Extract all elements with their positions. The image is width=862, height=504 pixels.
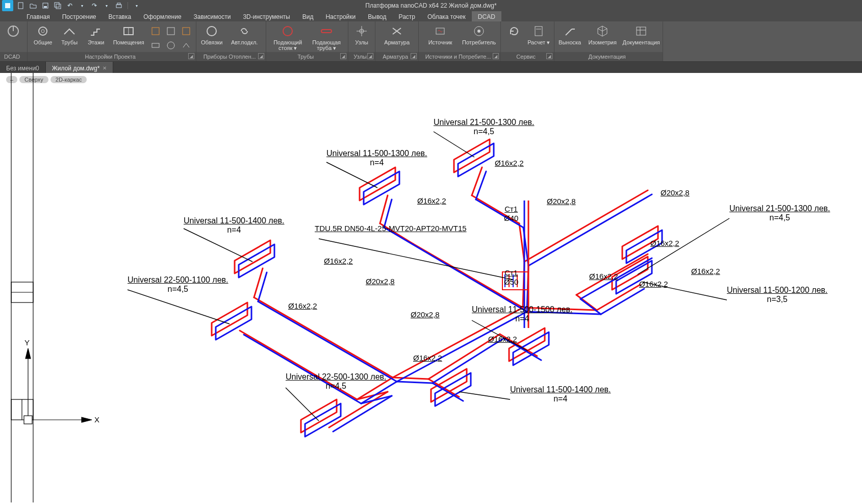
label-d16-5: Ø16x2,2 xyxy=(413,354,442,363)
bindings-button[interactable]: Обвязки xyxy=(199,23,224,51)
tab-main[interactable]: Главная xyxy=(20,11,56,21)
gear-icon xyxy=(35,23,50,39)
tab-format[interactable]: Оформление xyxy=(137,11,187,21)
qat-new-icon[interactable] xyxy=(16,1,26,10)
autoconn-button[interactable]: Авт.подкл. xyxy=(226,23,263,51)
title-bar: ↶ ▾ ↷ ▾ ▾ Платформа nanoCAD x64 22 Жилой… xyxy=(0,0,862,11)
mini-btn-4[interactable] xyxy=(164,39,178,52)
bindings-icon xyxy=(204,23,219,39)
refresh-icon xyxy=(506,23,522,39)
tab-bar: Главная Построение Вставка Оформление За… xyxy=(0,11,862,21)
tab-pointclouds[interactable]: Облака точек xyxy=(421,11,472,21)
ribbon-group-dcad-label: DCAD xyxy=(4,54,20,60)
ribbon-group-dcad: DCAD xyxy=(0,21,28,61)
label-d20-1: Ø20x2,8 xyxy=(366,277,395,286)
label-u11-1400-b: Universal 11-500-1400 лев.n=4 xyxy=(510,385,611,404)
label-d16-3: Ø16x2,2 xyxy=(324,257,353,266)
tab-dcad[interactable]: DCAD xyxy=(472,11,501,21)
pipe-button[interactable]: Подающая труба ▾ xyxy=(308,23,345,51)
close-icon[interactable]: ✕ xyxy=(103,65,107,71)
label-d16-8: Ø16x2,2 xyxy=(650,239,679,248)
riser-icon xyxy=(280,23,295,39)
mini-btn-1[interactable] xyxy=(149,24,162,38)
project-mini-col-2 xyxy=(164,24,178,52)
label-u21-1300-b: Universal 21-500-1300 лев.n=4,5 xyxy=(729,204,830,222)
mini-btn-2[interactable] xyxy=(149,39,162,52)
label-d20-2: Ø20x2,8 xyxy=(411,310,440,319)
tab-raster[interactable]: Растр xyxy=(393,11,421,21)
docs-button[interactable]: Документация xyxy=(623,23,660,51)
rooms-button[interactable]: Помещения xyxy=(110,23,147,51)
qat-save-icon[interactable] xyxy=(41,1,50,10)
tab-view[interactable]: Вид xyxy=(296,11,320,21)
qat-saveall-icon[interactable] xyxy=(53,1,62,10)
drawing-canvas[interactable]: – Сверху 2D-каркас xyxy=(0,73,862,502)
svg-line-56 xyxy=(459,392,510,399)
ribbon-group-docs-label: Документация xyxy=(589,54,626,60)
qat-customize-icon[interactable]: ▾ xyxy=(132,1,141,10)
tab-3d[interactable]: 3D-инструменты xyxy=(237,11,296,21)
svg-rect-30 xyxy=(637,27,646,35)
label-u22-1100: Universal 22-500-1100 лев.n=4,5 xyxy=(128,275,229,294)
dialog-launcher-icon[interactable]: ◢ xyxy=(258,53,264,59)
app-icon[interactable] xyxy=(2,0,13,11)
svg-rect-14 xyxy=(152,28,159,35)
svg-rect-28 xyxy=(535,27,542,36)
tab-insert[interactable]: Вставка xyxy=(103,11,138,21)
qat-redo-menu-icon[interactable]: ▾ xyxy=(102,1,111,10)
label-tdu: TDU.5R DN50-4L-25-MVT20-APT20-MVT15 xyxy=(315,224,467,233)
dialog-launcher-icon[interactable]: ◢ xyxy=(411,53,417,59)
nodes-icon xyxy=(354,23,369,39)
floors-button[interactable]: Этажи xyxy=(84,23,108,51)
isometry-button[interactable]: Изометрия xyxy=(584,23,621,51)
qat-undo-icon[interactable]: ↶ xyxy=(65,1,74,10)
qat-undo-menu-icon[interactable]: ▾ xyxy=(78,1,87,10)
pipes-settings-button[interactable]: Трубы xyxy=(57,23,82,51)
tab-output[interactable]: Вывод xyxy=(362,11,392,21)
svg-marker-42 xyxy=(82,417,92,422)
source-button[interactable]: Источник xyxy=(422,23,459,51)
ribbon-group-pipes: Подающий стояк ▾ Подающая труба ▾ Трубы◢ xyxy=(266,21,348,61)
consumer-button[interactable]: Потребитель xyxy=(461,23,497,51)
cube-icon xyxy=(595,23,610,39)
svg-rect-4 xyxy=(55,3,59,7)
svg-point-10 xyxy=(39,27,47,35)
dialog-launcher-icon[interactable]: ◢ xyxy=(493,53,499,59)
dialog-launcher-icon[interactable]: ◢ xyxy=(340,53,346,59)
project-mini-col xyxy=(149,24,162,52)
mini-btn-5[interactable] xyxy=(180,24,193,38)
nodes-button[interactable]: Узлы xyxy=(351,23,372,51)
mini-btn-6[interactable] xyxy=(180,39,193,52)
pipe-icon xyxy=(319,23,334,39)
label-u11-1300: Universal 11-500-1300 лев.n=4 xyxy=(326,149,427,167)
dialog-launcher-icon[interactable]: ◢ xyxy=(367,53,373,59)
svg-point-11 xyxy=(41,30,44,33)
svg-marker-40 xyxy=(26,348,31,359)
table-icon xyxy=(633,23,649,39)
svg-point-20 xyxy=(283,27,292,36)
refresh-button[interactable] xyxy=(504,23,524,51)
leader-button[interactable]: Выноска xyxy=(557,23,582,51)
doc-tab-house[interactable]: Жилой дом.dwg*✕ xyxy=(46,62,114,73)
qat-open-icon[interactable] xyxy=(29,1,38,10)
qat-print-icon[interactable] xyxy=(114,1,123,10)
mini-btn-3[interactable] xyxy=(164,24,178,38)
tab-build[interactable]: Построение xyxy=(56,11,103,21)
pipes-icon xyxy=(62,23,77,39)
doc-tab-untitled[interactable]: Без имени0 xyxy=(0,62,46,73)
ribbon-group-service: Расчет ▾ Сервис◢ xyxy=(501,21,554,61)
dialog-launcher-icon[interactable]: ◢ xyxy=(546,53,552,59)
power-icon xyxy=(6,23,21,39)
qat-redo-icon[interactable]: ↷ xyxy=(90,1,99,10)
label-d16-9: Ø16x2,2 xyxy=(639,280,668,289)
tab-settings[interactable]: Настройки xyxy=(319,11,362,21)
calc-button[interactable]: Расчет ▾ xyxy=(526,23,551,51)
svg-rect-16 xyxy=(167,28,174,35)
tab-constraints[interactable]: Зависимости xyxy=(188,11,237,21)
fittings-button[interactable]: Арматура xyxy=(378,23,415,51)
dcad-power-button[interactable] xyxy=(3,23,23,51)
riser-button[interactable]: Подающий стояк ▾ xyxy=(269,23,306,51)
general-button[interactable]: Общие xyxy=(31,23,55,51)
dialog-launcher-icon[interactable]: ◢ xyxy=(188,53,194,59)
ribbon: DCAD Общие Трубы Этажи Помещения xyxy=(0,21,862,62)
